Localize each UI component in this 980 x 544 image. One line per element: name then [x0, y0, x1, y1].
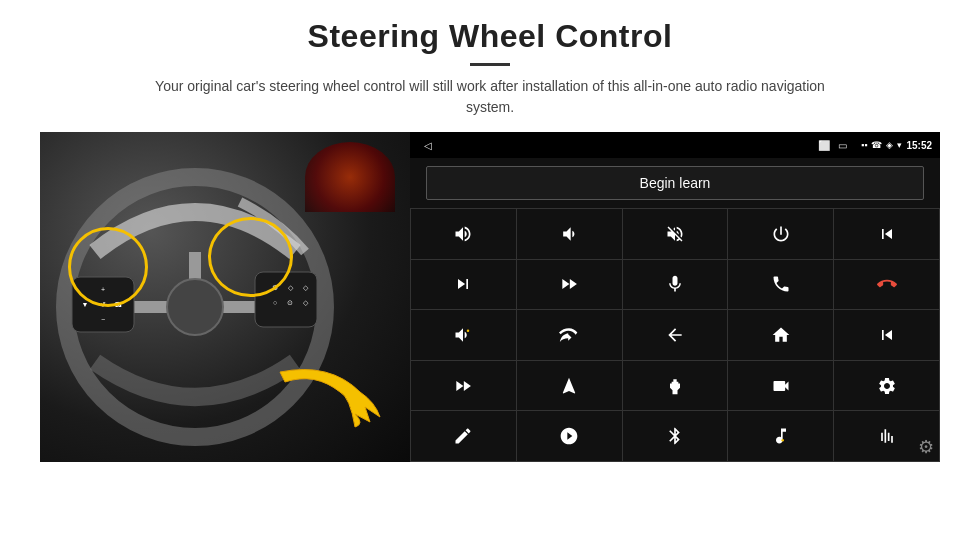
grid-cell-prev[interactable] — [834, 209, 939, 259]
location-icon: ◈ — [886, 140, 893, 150]
grid-cell-target[interactable] — [517, 411, 622, 461]
begin-learn-row: Begin learn — [410, 158, 940, 208]
steering-wheel-bg: + ▼ ↺ − ☎ ⚙ ◇ ◇ ○ ⊙ ◇ — [40, 132, 410, 462]
grid-cell-home[interactable] — [728, 310, 833, 360]
grid-cell-cam[interactable] — [728, 361, 833, 411]
wifi-icon: ▾ — [897, 140, 902, 150]
grid-cell-phone[interactable] — [728, 260, 833, 310]
svg-text:▼: ▼ — [82, 301, 89, 308]
grid-cell-ff2[interactable] — [411, 361, 516, 411]
arrow-svg — [270, 342, 390, 432]
grid-cell-ff[interactable] — [517, 260, 622, 310]
phone-status-icon: ☎ — [871, 140, 882, 150]
highlight-circle-left — [68, 227, 148, 307]
grid-cell-settings2[interactable] — [834, 361, 939, 411]
grid-cell-nav[interactable] — [517, 361, 622, 411]
page-wrapper: Steering Wheel Control Your original car… — [0, 0, 980, 544]
svg-text:⊙: ⊙ — [287, 299, 293, 306]
title-divider — [470, 63, 510, 66]
settings-button[interactable]: ⚙ — [918, 436, 934, 458]
grid-cell-horn[interactable] — [411, 310, 516, 360]
begin-learn-button[interactable]: Begin learn — [426, 166, 924, 200]
grid-cell-eq[interactable] — [623, 361, 728, 411]
grid-cell-mute[interactable] — [623, 209, 728, 259]
grid-cell-vol_down[interactable] — [517, 209, 622, 259]
svg-point-16 — [781, 439, 784, 442]
signal-icon: ▪▪ — [861, 140, 867, 150]
svg-point-1 — [167, 279, 223, 335]
grid-cell-bt[interactable] — [623, 411, 728, 461]
grid-cell-power[interactable] — [728, 209, 833, 259]
svg-text:○: ○ — [273, 299, 277, 306]
status-icons: ▪▪ ☎ ◈ ▾ 15:52 — [861, 140, 932, 151]
icon-grid — [410, 208, 940, 462]
svg-point-15 — [467, 330, 470, 333]
grid-cell-mic[interactable] — [623, 260, 728, 310]
square-icon[interactable]: ▭ — [838, 140, 847, 151]
android-panel: ◁ ⬜ ▭ ▪▪ ☎ ◈ ▾ 15:52 Begin learn — [410, 132, 940, 462]
nav-icons: ⬜ ▭ — [818, 140, 847, 151]
grid-cell-edit[interactable] — [411, 411, 516, 461]
content-row: + ▼ ↺ − ☎ ⚙ ◇ ◇ ○ ⊙ ◇ — [40, 132, 940, 462]
grid-cell-next[interactable] — [411, 260, 516, 310]
grid-cell-prev2[interactable] — [834, 310, 939, 360]
svg-text:−: − — [101, 316, 105, 323]
status-bar: ◁ ⬜ ▭ ▪▪ ☎ ◈ ▾ 15:52 — [410, 132, 940, 158]
grid-cell-music[interactable] — [728, 411, 833, 461]
grid-cell-vol_up[interactable] — [411, 209, 516, 259]
clock: 15:52 — [906, 140, 932, 151]
photo-panel: + ▼ ↺ − ☎ ⚙ ◇ ◇ ○ ⊙ ◇ — [40, 132, 410, 462]
grid-cell-back[interactable] — [623, 310, 728, 360]
back-button[interactable]: ◁ — [424, 140, 432, 151]
page-title: Steering Wheel Control — [308, 18, 673, 55]
window-icon[interactable]: ⬜ — [818, 140, 830, 151]
grid-cell-hangup[interactable] — [834, 260, 939, 310]
grid-cell-360[interactable] — [517, 310, 622, 360]
highlight-circle-right — [208, 217, 293, 297]
page-subtitle: Your original car's steering wheel contr… — [130, 76, 850, 118]
